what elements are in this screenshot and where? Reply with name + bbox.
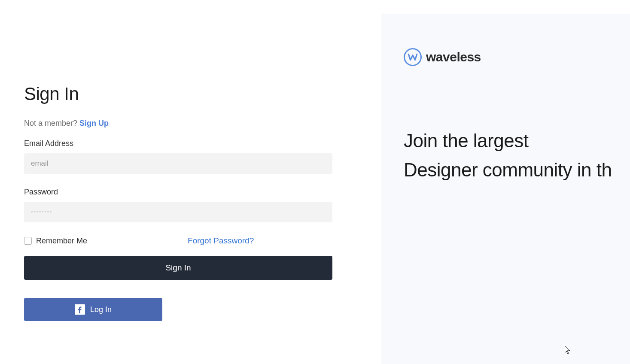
- options-row: Remember Me Forgot Password?: [24, 236, 332, 246]
- signin-panel: Sign In Not a member? Sign Up Email Addr…: [0, 0, 381, 364]
- remember-label: Remember Me: [36, 237, 87, 246]
- facebook-login-button[interactable]: Log In: [24, 298, 162, 321]
- signin-button[interactable]: Sign In: [24, 256, 332, 280]
- forgot-password-link[interactable]: Forgot Password?: [188, 236, 254, 246]
- page-title: Sign In: [24, 84, 332, 104]
- member-prompt: Not a member? Sign Up: [24, 119, 332, 128]
- signup-link[interactable]: Sign Up: [79, 119, 109, 127]
- hero-panel: waveless Join the largest Designer commu…: [381, 14, 630, 364]
- waveless-logo-icon: [404, 48, 422, 66]
- brand-name: waveless: [426, 50, 481, 64]
- facebook-icon: [75, 304, 85, 315]
- email-label: Email Address: [24, 139, 332, 148]
- hero-line-1: Join the largest: [404, 126, 630, 155]
- not-member-text: Not a member?: [24, 119, 79, 127]
- remember-checkbox[interactable]: [24, 237, 32, 245]
- brand-logo: waveless: [404, 48, 630, 66]
- hero-line-2: Designer community in th: [404, 155, 630, 185]
- facebook-button-label: Log In: [90, 305, 112, 314]
- password-field[interactable]: [24, 202, 332, 222]
- email-field[interactable]: [24, 153, 332, 174]
- password-label: Password: [24, 188, 332, 197]
- remember-me-wrap: Remember Me: [24, 237, 87, 246]
